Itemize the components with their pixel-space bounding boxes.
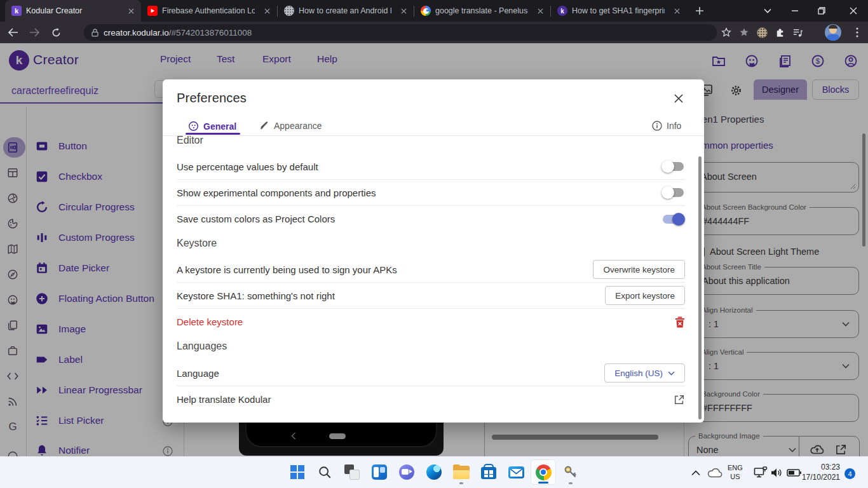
delete-forever-icon[interactable]: [675, 316, 685, 328]
microsoft-store-icon[interactable]: [476, 459, 501, 485]
tray-chevron-up-icon[interactable]: [691, 457, 700, 488]
reload-icon[interactable]: [47, 24, 65, 41]
browser-tab-sha1[interactable]: k How to get SHA1 fingerprint: [551, 0, 687, 22]
appearance-brush-icon: [259, 121, 269, 131]
pref-row-sha1: Keystore SHA1: something's not right Exp…: [177, 283, 685, 309]
tab-title: Kodular Creator: [26, 6, 119, 15]
teams-chat-icon[interactable]: [394, 459, 419, 485]
google-favicon: [421, 6, 431, 16]
browser-profile-avatar[interactable]: [825, 24, 841, 41]
start-button[interactable]: [285, 459, 310, 485]
export-keystore-button[interactable]: Export keystore: [605, 286, 685, 305]
tab-title: How to create an Android Ke: [299, 6, 391, 15]
volume-icon[interactable]: [770, 457, 783, 488]
dialog-scrollbar[interactable]: [698, 156, 702, 419]
button-label: Export keystore: [615, 291, 675, 301]
edge-icon[interactable]: [421, 459, 447, 485]
kodular-community-favicon: k: [557, 6, 567, 16]
tab-close-icon[interactable]: [672, 6, 682, 16]
tab-search-chevron-icon[interactable]: [760, 3, 775, 18]
network-icon[interactable]: [754, 457, 768, 488]
browser-tab-android-keystore[interactable]: How to create an Android Ke: [278, 0, 414, 22]
extension-icon[interactable]: [754, 24, 770, 41]
languages-heading: Languages: [177, 341, 227, 352]
tab-close-icon[interactable]: [398, 6, 409, 16]
delete-keystore-label[interactable]: Delete keystore: [177, 316, 243, 327]
language-indicator[interactable]: ENGUS: [728, 457, 743, 488]
keepass-icon[interactable]: [558, 459, 583, 485]
tab-appearance-label: Appearance: [274, 121, 322, 131]
clock[interactable]: 03:23 17/10/2021: [802, 457, 840, 488]
url-path: /#5742013876011008: [169, 28, 252, 37]
overwrite-keystore-button[interactable]: Overwrite keystore: [593, 260, 685, 279]
pref-row-experimental: Show experimental components and propert…: [177, 180, 685, 206]
browser-menu-dots-icon[interactable]: [849, 24, 865, 41]
url-host: creator.kodular.io: [104, 28, 169, 37]
preferences-dialog: Preferences General Appearance Info Edit…: [163, 79, 704, 423]
tab-strip: k Kodular Creator Firebase Authenticatio…: [0, 0, 868, 22]
task-view-icon[interactable]: [339, 459, 365, 485]
tray-date: 17/10/2021: [802, 473, 840, 483]
reading-list-icon[interactable]: [789, 24, 806, 41]
pref-row-keystore: A keystore is currently being used to si…: [177, 257, 685, 283]
active-tab-underline: [186, 133, 240, 135]
widgets-icon[interactable]: [367, 459, 392, 485]
pref-label: Save custom colors as Project Colors: [177, 214, 335, 224]
pref-row-delete: Delete keystore: [177, 309, 685, 335]
tab-appearance[interactable]: Appearance: [259, 121, 322, 131]
tab-title: Firebase Authentication Logi: [162, 6, 255, 15]
site-favicon: [284, 6, 294, 16]
info-icon: [652, 121, 662, 131]
help-translate-label[interactable]: Help translate Kodular: [177, 394, 271, 405]
mail-icon[interactable]: [503, 459, 529, 485]
forward-icon[interactable]: [25, 24, 43, 41]
tab-general[interactable]: General: [188, 121, 236, 132]
extensions-puzzle-icon[interactable]: [771, 24, 788, 41]
tab-close-icon[interactable]: [262, 6, 272, 16]
tab-info-label: Info: [667, 121, 681, 131]
browser-navbar: creator.kodular.io/#5742013876011008: [0, 22, 868, 43]
pref-label: Keystore SHA1: something's not right: [177, 290, 335, 301]
editor-heading: Editor: [177, 136, 203, 146]
chrome-icon[interactable]: [531, 459, 556, 485]
pref-row-custom-colors: Save custom colors as Project Colors: [177, 206, 685, 232]
toggle-experimental[interactable]: [661, 186, 685, 199]
windows-taskbar: ENGUS 03:23 17/10/2021 4: [0, 456, 868, 488]
onedrive-cloud-icon[interactable]: [707, 457, 722, 488]
pref-row-help-translate: Help translate Kodular: [177, 386, 685, 412]
browser-tab-kodular-creator[interactable]: k Kodular Creator: [5, 0, 141, 22]
browser-chrome: k Kodular Creator Firebase Authenticatio…: [0, 0, 868, 43]
tab-info[interactable]: Info: [652, 121, 681, 131]
browser-tab-google-translate[interactable]: google translate - Penelusur: [414, 0, 550, 22]
browser-tab-firebase[interactable]: Firebase Authentication Logi: [141, 0, 277, 22]
dialog-title: Preferences: [177, 91, 247, 105]
window-restore-button[interactable]: [813, 3, 830, 18]
toggle-custom-colors[interactable]: [661, 213, 685, 226]
tab-title: google translate - Penelusur: [435, 6, 528, 15]
tab-general-label: General: [203, 121, 236, 132]
battery-icon[interactable]: [787, 457, 801, 488]
close-icon[interactable]: [671, 91, 686, 106]
tab-close-icon[interactable]: [126, 6, 136, 16]
pref-row-percentage: Use percentage values by default: [177, 154, 685, 180]
address-bar[interactable]: creator.kodular.io/#5742013876011008: [84, 24, 717, 41]
pref-row-language: Language English (US): [177, 360, 685, 386]
pref-label: A keystore is currently being used to si…: [177, 264, 397, 275]
bookmark-star-icon[interactable]: [718, 24, 735, 41]
search-icon[interactable]: [312, 459, 337, 485]
window-close-button[interactable]: [845, 3, 862, 18]
language-select[interactable]: English (US): [604, 363, 685, 383]
file-explorer-icon[interactable]: [449, 459, 474, 485]
tab-close-icon[interactable]: [535, 6, 545, 16]
extension-star-icon[interactable]: [736, 24, 752, 41]
toggle-percentage[interactable]: [661, 160, 685, 173]
new-tab-button[interactable]: [691, 2, 709, 20]
pref-label: Show experimental components and propert…: [177, 187, 376, 198]
language-line2: US: [730, 473, 740, 482]
open-external-icon[interactable]: [674, 394, 685, 405]
notification-badge[interactable]: 4: [844, 468, 855, 479]
window-minimize-button[interactable]: [787, 3, 803, 18]
kodular-favicon: k: [11, 6, 22, 16]
back-icon[interactable]: [4, 24, 22, 41]
preferences-content: Editor Use percentage values by default …: [163, 136, 704, 423]
